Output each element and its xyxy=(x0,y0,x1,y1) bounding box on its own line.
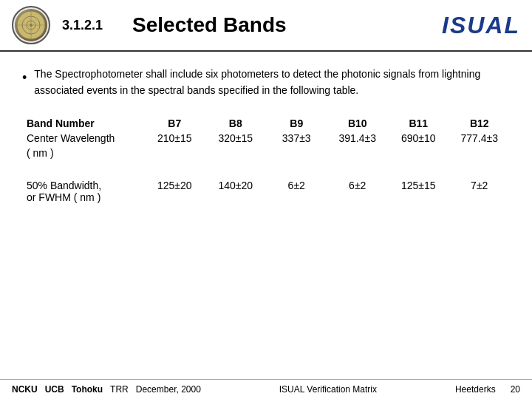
section-number: 3.1.2.1 xyxy=(62,18,103,33)
band-b8-header: B8 xyxy=(205,116,267,131)
footer-orgs: NCKU UCB Tohoku TRR December, 2000 xyxy=(12,384,201,395)
footer-org1: NCKU xyxy=(12,384,38,395)
logo-inner xyxy=(15,9,47,41)
footer-right: Heetderks 20 xyxy=(455,384,520,395)
table-row-band-number: Band Number B7 B8 B9 B10 B11 B12 xyxy=(22,116,510,131)
bullet-dot: • xyxy=(22,68,27,89)
bandwidth-b12: 7±2 xyxy=(449,178,511,205)
footer-org2: UCB xyxy=(45,384,64,395)
wavelength-b9: 337±3 xyxy=(266,131,327,146)
footer-doc-type: TRR xyxy=(110,384,129,395)
bullet-item: • The Spectrophotometer shall include si… xyxy=(22,66,510,98)
nm-label: ( nm ) xyxy=(22,146,144,160)
footer-page: 20 xyxy=(511,384,520,395)
bandwidth-b11: 125±15 xyxy=(388,178,449,205)
band-number-label: Band Number xyxy=(22,116,144,131)
center-wavelength-label: Center Wavelength xyxy=(22,131,144,146)
footer-author: Heetderks xyxy=(455,384,496,395)
bandwidth-section: 50% Bandwidth, or FWHM ( nm ) 125±20 140… xyxy=(22,178,510,205)
bullet-section: • The Spectrophotometer shall include si… xyxy=(22,66,510,98)
main-content: • The Spectrophotometer shall include si… xyxy=(0,52,532,224)
footer: NCKU UCB Tohoku TRR December, 2000 ISUAL… xyxy=(0,379,532,399)
band-b12-header: B12 xyxy=(449,116,511,131)
isual-logo: ISUAL xyxy=(442,12,520,39)
band-b10-header: B10 xyxy=(327,116,389,131)
bandwidth-b10: 6±2 xyxy=(327,178,389,205)
band-b9-header: B9 xyxy=(266,116,327,131)
bandwidth-label-line1: 50% Bandwidth, xyxy=(27,180,101,191)
footer-center-text: ISUAL Verification Matrix xyxy=(279,384,377,395)
bandwidth-table: 50% Bandwidth, or FWHM ( nm ) 125±20 140… xyxy=(22,178,510,205)
bandwidth-b8: 140±20 xyxy=(205,178,267,205)
bandwidth-label: 50% Bandwidth, or FWHM ( nm ) xyxy=(22,178,144,205)
footer-center: ISUAL Verification Matrix xyxy=(201,384,455,395)
wavelength-b12: 777.4±3 xyxy=(449,131,511,146)
band-b7-header: B7 xyxy=(144,116,205,131)
bandwidth-b7: 125±20 xyxy=(144,178,205,205)
table-row-nm: ( nm ) xyxy=(22,146,510,160)
table-row-center-wavelength: Center Wavelength 210±15 320±15 337±3 39… xyxy=(22,131,510,146)
band-b11-header: B11 xyxy=(388,116,449,131)
bullet-text: The Spectrophotometer shall include six … xyxy=(34,66,510,98)
band-table-section: Band Number B7 B8 B9 B10 B11 B12 Center … xyxy=(22,116,510,160)
bandwidth-label-line2: or FWHM ( nm ) xyxy=(27,191,100,203)
wavelength-b7: 210±15 xyxy=(144,131,205,146)
wavelength-b11: 690±10 xyxy=(388,131,449,146)
footer-date: December, 2000 xyxy=(136,384,201,395)
bandwidth-b9: 6±2 xyxy=(266,178,327,205)
bandwidth-row: 50% Bandwidth, or FWHM ( nm ) 125±20 140… xyxy=(22,178,510,205)
wavelength-b8: 320±15 xyxy=(205,131,267,146)
header: 3.1.2.1 Selected Bands ISUAL xyxy=(0,0,532,52)
wavelength-b10: 391.4±3 xyxy=(327,131,389,146)
logo xyxy=(12,6,50,44)
footer-org3: Tohoku xyxy=(72,384,103,395)
band-table: Band Number B7 B8 B9 B10 B11 B12 Center … xyxy=(22,116,510,160)
page-title: Selected Bands xyxy=(132,13,442,37)
